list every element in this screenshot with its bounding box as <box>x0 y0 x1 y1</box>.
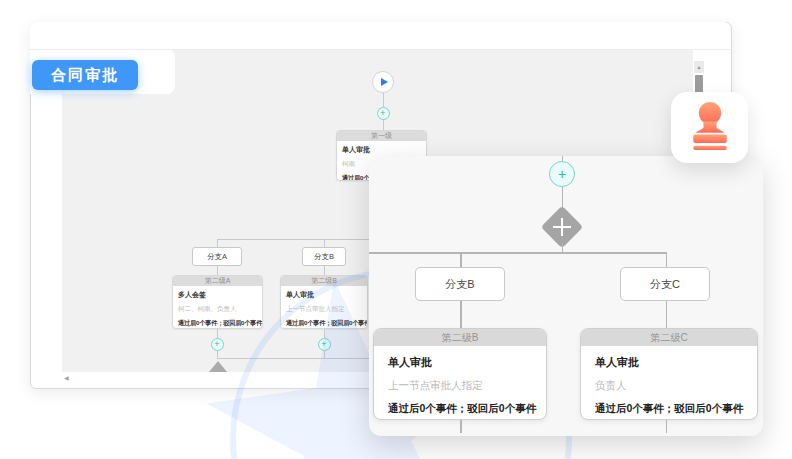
start-node[interactable] <box>372 71 394 93</box>
connector-line <box>666 252 668 267</box>
branch-split-line <box>217 239 380 240</box>
node-card-title: 第二级C <box>581 329 757 346</box>
add-node-button[interactable]: + <box>377 107 390 120</box>
node-card-title: 第二级B <box>374 329 546 346</box>
stamp-icon <box>687 101 733 155</box>
node-events: 通过后0个事件；驳回后0个事件 <box>374 402 546 416</box>
node-assignee: 负责人 <box>581 379 757 393</box>
node-assignee: 柯二、柯南、负责人 <box>173 305 262 314</box>
node-card-title: 第二级A <box>173 276 262 286</box>
connector-line <box>383 93 384 107</box>
node-type: 单人审批 <box>337 145 426 155</box>
zoom-preview-panel: + 分支B 分支C 第二级B 单人审批 上一节点审批人指定 通过后0个事件；驳回… <box>369 156 763 436</box>
connector-line <box>460 301 462 328</box>
add-node-button[interactable]: + <box>211 338 224 351</box>
connector-line <box>666 420 668 433</box>
connector-line <box>324 266 325 275</box>
scroll-up-arrow[interactable]: ▲ <box>694 61 704 73</box>
connector-line <box>217 239 218 247</box>
node-card-level2a[interactable]: 第二级A 多人会签 柯二、柯南、负责人 通过后0个事件；驳回后0个事件 <box>172 275 263 329</box>
node-assignee: 上一节点审批人指定 <box>374 379 546 393</box>
branch-b-box[interactable]: 分支B <box>302 247 346 266</box>
scroll-left-arrow[interactable]: ◀ <box>64 374 69 382</box>
node-type: 单人审批 <box>374 355 546 370</box>
screen: 设置 新建审批流 1 基本信息 2 触发条件 3 设置流程 上一步 关闭 合同审… <box>0 0 792 459</box>
flow-name-badge: 合同审批 <box>32 60 138 90</box>
connector-line <box>324 239 325 247</box>
connector-line <box>666 301 668 328</box>
connector-line <box>217 351 218 358</box>
connector-line <box>460 420 462 433</box>
node-type: 多人会签 <box>173 290 262 300</box>
merge-triangle-icon <box>209 361 227 372</box>
branch-a-box[interactable]: 分支A <box>192 247 242 266</box>
branch-b-box[interactable]: 分支B <box>415 267 505 301</box>
node-type: 单人审批 <box>581 355 757 370</box>
node-card-level2c[interactable]: 第二级C 单人审批 负责人 通过后0个事件；驳回后0个事件 <box>580 328 758 420</box>
top-bar <box>30 22 730 50</box>
connector-line <box>217 329 218 338</box>
branch-split-line <box>369 252 667 254</box>
connector-line <box>460 252 462 267</box>
node-events: 通过后0个事件；驳回后0个事件 <box>173 319 262 328</box>
node-card-title: 第一级 <box>337 131 426 141</box>
connector-line <box>217 266 218 275</box>
stamp-card <box>671 92 748 163</box>
plus-icon <box>547 212 577 242</box>
branch-c-box[interactable]: 分支C <box>620 267 710 301</box>
node-events: 通过后0个事件；驳回后0个事件 <box>581 402 757 416</box>
connector-line <box>562 243 564 252</box>
node-card-level2b[interactable]: 第二级B 单人审批 上一节点审批人指定 通过后0个事件；驳回后0个事件 <box>373 328 547 420</box>
add-node-button[interactable]: + <box>549 161 575 187</box>
play-icon <box>381 78 388 86</box>
connector-line <box>383 120 384 130</box>
